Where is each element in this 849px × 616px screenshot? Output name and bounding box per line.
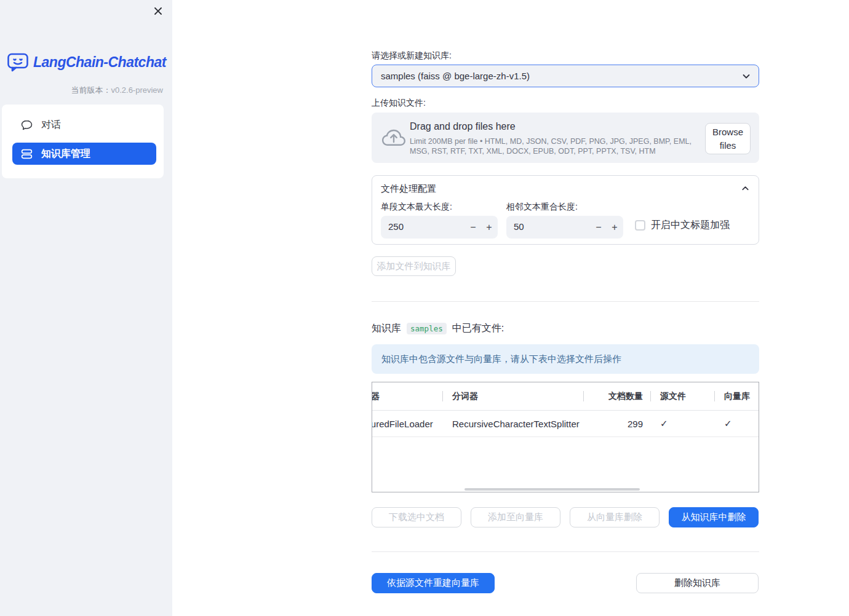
files-table[interactable]: 文档加载器 分词器 文档数量 源文件 向量库 UnstructuredFileL… <box>372 382 759 492</box>
files-heading: 知识库 samples 中已有文件: <box>372 322 504 335</box>
sidebar-item-label: 对话 <box>41 119 61 132</box>
horizontal-scrollbar[interactable] <box>464 488 640 491</box>
app-logo: LangChain-Chatchat <box>7 52 166 72</box>
rebuild-vector-store-button[interactable]: 依据源文件重建向量库 <box>372 573 495 593</box>
delete-from-kb-button[interactable]: 从知识库中删除 <box>669 507 759 527</box>
plus-button[interactable]: + <box>480 216 498 239</box>
kb-select[interactable]: samples (faiss @ bge-large-zh-v1.5) <box>372 65 759 87</box>
app-title: LangChain-Chatchat <box>33 54 166 71</box>
add-files-button[interactable]: 添加文件到知识库 <box>372 256 456 276</box>
minus-button[interactable]: − <box>590 216 607 239</box>
kb-name-code: samples <box>407 323 447 334</box>
sidebar: LangChain-Chatchat 当前版本：v0.2.6-preview 对… <box>0 0 172 616</box>
version-text: 当前版本：v0.2.6-preview <box>71 85 163 96</box>
browse-files-button[interactable]: Browse files <box>705 123 751 154</box>
chunk-size-input[interactable]: 250 − + <box>381 216 498 239</box>
file-dropzone[interactable]: Drag and drop files here Limit 200MB per… <box>372 113 759 163</box>
files-table-scroll-area: 文档加载器 分词器 文档数量 源文件 向量库 UnstructuredFileL… <box>372 382 759 437</box>
chevron-up-icon[interactable] <box>741 184 750 193</box>
files-heading-prefix: 知识库 <box>372 322 401 335</box>
cell-loader: UnstructuredFileLoader <box>372 411 442 436</box>
cell-doc-count: 299 <box>583 411 650 436</box>
divider <box>372 551 759 552</box>
cell-vector-store-check: ✓ <box>714 411 759 436</box>
chat-bubble-icon <box>20 119 33 132</box>
column-header-vector-store[interactable]: 向量库 <box>714 382 759 410</box>
kb-select-label: 请选择或新建知识库: <box>372 50 452 61</box>
chevron-down-icon <box>741 71 751 81</box>
chunk-overlap-label: 相邻文本重合长度: <box>506 202 578 213</box>
dropzone-title: Drag and drop files here <box>410 121 516 132</box>
checkbox-icon <box>635 220 645 231</box>
plus-button[interactable]: + <box>606 216 623 239</box>
chat-smiley-logo-icon <box>7 52 29 72</box>
sidebar-item-label: 知识库管理 <box>41 148 90 160</box>
info-banner: 知识库中包含源文件与向量库，请从下表中选择文件后操作 <box>372 344 759 374</box>
cloud-upload-icon <box>382 127 405 150</box>
sidebar-close-button[interactable] <box>152 5 164 17</box>
download-selected-button[interactable]: 下载选中文档 <box>372 507 461 527</box>
column-header-splitter[interactable]: 分词器 <box>442 382 583 410</box>
minus-button[interactable]: − <box>464 216 482 239</box>
upload-label: 上传知识文件: <box>372 98 426 109</box>
info-banner-text: 知识库中包含源文件与向量库，请从下表中选择文件后操作 <box>381 353 621 365</box>
close-icon <box>153 6 163 16</box>
file-config-expander: 文件处理配置 单段文本最大长度: 相邻文本重合长度: 250 − + 50 − … <box>372 175 759 245</box>
delete-from-vector-store-button[interactable]: 从向量库删除 <box>570 507 660 527</box>
cell-splitter: RecursiveCharacterTextSplitter <box>442 411 583 436</box>
table-header-row: 文档加载器 分词器 文档数量 源文件 向量库 <box>372 382 759 411</box>
delete-kb-button[interactable]: 删除知识库 <box>636 573 759 593</box>
table-row[interactable]: UnstructuredFileLoader RecursiveCharacte… <box>372 411 759 437</box>
sidebar-menu: 对话 知识库管理 <box>2 105 164 178</box>
files-heading-suffix: 中已有文件: <box>452 322 504 335</box>
sidebar-item-knowledge-base[interactable]: 知识库管理 <box>12 143 156 165</box>
column-header-source-file[interactable]: 源文件 <box>650 382 714 410</box>
add-to-vector-store-button[interactable]: 添加至向量库 <box>471 507 560 527</box>
expander-title: 文件处理配置 <box>381 183 436 195</box>
kb-select-value: samples (faiss @ bge-large-zh-v1.5) <box>381 71 530 81</box>
column-header-loader[interactable]: 文档加载器 <box>372 382 442 410</box>
dropzone-limit-text: Limit 200MB per file • HTML, MD, JSON, C… <box>410 136 705 156</box>
chunk-size-label: 单段文本最大长度: <box>381 202 452 213</box>
chunk-overlap-value: 50 <box>514 221 524 232</box>
cell-source-file-check: ✓ <box>650 411 714 436</box>
checkbox-label: 开启中文标题加强 <box>651 219 730 232</box>
chunk-size-value: 250 <box>388 221 404 232</box>
chunk-overlap-input[interactable]: 50 − + <box>506 216 623 239</box>
divider <box>372 301 759 302</box>
column-header-doc-count[interactable]: 文档数量 <box>583 382 650 410</box>
sidebar-item-dialogue[interactable]: 对话 <box>12 114 156 136</box>
zh-title-enhance-checkbox[interactable]: 开启中文标题加强 <box>635 219 730 232</box>
stack-icon <box>20 148 33 160</box>
